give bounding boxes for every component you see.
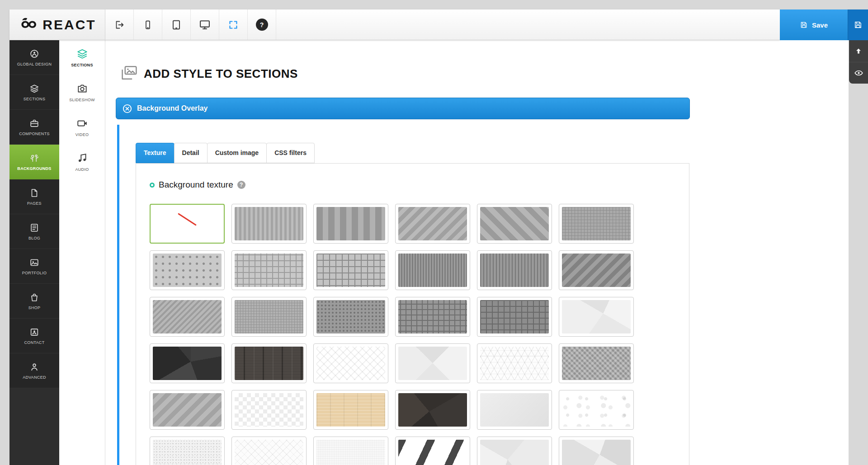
- texture-swatch-dark-diagonal-panels[interactable]: [395, 437, 470, 465]
- components-icon: [29, 118, 39, 128]
- sidebar-item-portfolio[interactable]: PORTFOLIO: [9, 249, 59, 284]
- texture-preview-polygons-dark: [153, 347, 222, 380]
- sidebar-item-blog[interactable]: BLOG: [9, 214, 59, 249]
- exit-button[interactable]: [105, 9, 134, 40]
- texture-swatch-thin-diagonal-stripes[interactable]: [150, 297, 225, 337]
- texture-swatch-polygons-light-2[interactable]: [559, 437, 634, 465]
- texture-preview-gray-diagonal-stripes: [153, 393, 222, 427]
- texture-swatch-fine-weave-light[interactable]: [313, 437, 388, 465]
- help-badge-icon[interactable]: ?: [237, 181, 245, 189]
- texture-swatch-dense-dots-dark[interactable]: [313, 297, 388, 337]
- texture-preview-dark-wood: [235, 347, 303, 380]
- background-overlay-banner[interactable]: Background Overlay: [116, 98, 690, 119]
- texture-preview-checkerboard-light: [235, 393, 303, 427]
- video-icon: [76, 117, 88, 129]
- save-icon: [800, 21, 808, 29]
- sidebar-item-advanced[interactable]: ADVANCED: [9, 353, 59, 388]
- texture-swatch-plus-pattern-light[interactable]: [231, 250, 307, 290]
- texture-preview-vertical-lines-dark: [480, 254, 549, 287]
- texture-swatch-herringbone-light[interactable]: [313, 343, 388, 383]
- sidebar-item-contact[interactable]: CONTACT: [9, 319, 59, 353]
- texture-preview-dark-diagonal-panels: [398, 440, 467, 465]
- texture-swatch-diamonds-light[interactable]: [231, 437, 307, 465]
- texture-swatch-wide-vertical-stripes[interactable]: [313, 204, 388, 244]
- texture-swatch-plus-grid[interactable]: [313, 250, 388, 290]
- section-accent-line: [117, 125, 119, 465]
- close-circle-icon[interactable]: [123, 104, 132, 113]
- save-label: Save: [812, 21, 828, 29]
- texture-swatch-speckle-light[interactable]: [150, 437, 225, 465]
- contact-icon: [29, 327, 39, 337]
- texture-preview-diagonal-stripes-2: [480, 207, 549, 240]
- tab-custom-image[interactable]: Custom image: [207, 143, 267, 163]
- texture-preview-dots: [153, 254, 222, 287]
- texture-preview-thin-vertical-stripes: [235, 207, 303, 240]
- texture-swatch-checkerboard-light[interactable]: [231, 390, 307, 430]
- texture-swatch-polygons-dark[interactable]: [150, 343, 225, 383]
- subsidebar-item-video[interactable]: VIDEO: [59, 110, 105, 145]
- subsidebar-item-slideshow[interactable]: SLIDESHOW: [59, 75, 105, 110]
- advanced-icon: [29, 362, 39, 372]
- help-icon: ?: [256, 19, 268, 31]
- tab-detail[interactable]: Detail: [174, 143, 208, 163]
- texture-swatch-plain-light[interactable]: [477, 390, 552, 430]
- sidebar-item-global-design[interactable]: GLOBAL DESIGN: [9, 40, 59, 75]
- texture-swatch-gray-weave[interactable]: [559, 343, 634, 383]
- texture-swatch-diagonal-stripes-dark[interactable]: [559, 250, 634, 290]
- texture-swatch-dense-vertical-lines[interactable]: [395, 250, 470, 290]
- save-button[interactable]: Save: [780, 9, 848, 40]
- save-compact-button[interactable]: [848, 9, 868, 40]
- texture-preview-diagonal-stripes: [398, 207, 467, 240]
- texture-preview-triangles-light: [398, 347, 467, 380]
- fullscreen-button[interactable]: [219, 9, 248, 40]
- texture-preview-dense-vertical-lines: [398, 254, 467, 287]
- texture-swatch-polygons-darker[interactable]: [395, 390, 470, 430]
- texture-swatch-fine-grid[interactable]: [231, 297, 307, 337]
- texture-swatch-crosses-dark[interactable]: [395, 297, 470, 337]
- texture-swatch-crosses-grid-dark[interactable]: [477, 297, 552, 337]
- texture-swatch-triangles-light[interactable]: [395, 343, 470, 383]
- page-title: ADD STYLE TO SECTIONS: [144, 67, 298, 81]
- arrow-up-icon: [854, 47, 863, 56]
- tab-css-filters[interactable]: CSS filters: [266, 143, 315, 163]
- tab-texture[interactable]: Texture: [136, 143, 175, 163]
- texture-swatch-vertical-lines-dark[interactable]: [477, 250, 552, 290]
- subsidebar-item-audio[interactable]: AUDIO: [59, 145, 105, 179]
- help-button[interactable]: ?: [248, 9, 276, 40]
- texture-swatch-small-grid[interactable]: [559, 204, 634, 244]
- texture-swatch-diagonal-stripes-2[interactable]: [477, 204, 552, 244]
- texture-preview-thin-diagonal-stripes: [153, 300, 222, 333]
- tablet-preview-button[interactable]: [162, 9, 191, 40]
- sidebar-item-pages[interactable]: PAGES: [9, 179, 59, 214]
- phone-preview-button[interactable]: [134, 9, 162, 40]
- slideshow-title-icon: [120, 65, 138, 80]
- quick-actions: [849, 40, 868, 84]
- sidebar-item-sections[interactable]: SECTIONS: [9, 75, 59, 110]
- texture-preview-crosses-grid-dark: [480, 300, 549, 333]
- texture-grid: [150, 204, 634, 465]
- sidebar-item-backgrounds[interactable]: BACKGROUNDS: [9, 145, 59, 179]
- texture-swatch-doodles-light[interactable]: [559, 390, 634, 430]
- texture-swatch-dark-wood[interactable]: [231, 343, 307, 383]
- texture-swatch-none[interactable]: [150, 204, 225, 244]
- global-design-icon: [29, 49, 39, 59]
- texture-swatch-diagonal-stripes[interactable]: [395, 204, 470, 244]
- texture-swatch-cubes-light[interactable]: [477, 343, 552, 383]
- texture-preview-doodles-light: [562, 393, 631, 427]
- subsidebar-item-sections[interactable]: SECTIONS: [59, 40, 105, 75]
- sidebar-item-shop[interactable]: SHOP: [9, 284, 59, 319]
- preview-button[interactable]: [849, 62, 868, 84]
- texture-swatch-gray-diagonal-stripes[interactable]: [150, 390, 225, 430]
- app-logo: REACT: [9, 9, 105, 40]
- sidebar-item-components[interactable]: COMPONENTS: [9, 110, 59, 145]
- texture-swatch-thin-vertical-stripes[interactable]: [231, 204, 307, 244]
- texture-swatch-dots[interactable]: [150, 250, 225, 290]
- desktop-preview-button[interactable]: [191, 9, 219, 40]
- device-toolbar: ?: [105, 9, 276, 40]
- texture-swatch-polygons-light[interactable]: [559, 297, 634, 337]
- texture-preview-fine-grid: [235, 300, 303, 333]
- scroll-top-button[interactable]: [849, 40, 868, 62]
- texture-swatch-triangles-light-2[interactable]: [477, 437, 552, 465]
- exit-icon: [114, 19, 125, 30]
- texture-swatch-tan-wood[interactable]: [313, 390, 388, 430]
